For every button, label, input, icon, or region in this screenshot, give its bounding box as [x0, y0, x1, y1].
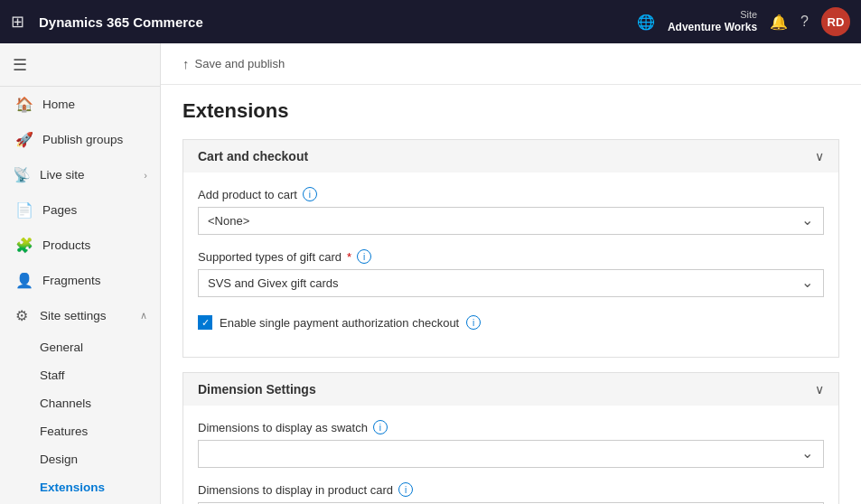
toolbar: ↑ Save and publish	[161, 43, 861, 85]
dim-swatch-select-wrapper	[198, 440, 824, 468]
products-icon: 🧩	[15, 237, 33, 254]
add-product-label: Add product to cart i	[198, 187, 824, 201]
sidebar-item-live-site-label: Live site	[40, 168, 85, 182]
dim-swatch-label: Dimensions to display as swatch i	[198, 420, 824, 434]
sidebar-item-products[interactable]: 🧩 Products	[0, 228, 160, 263]
sidebar-item-pages[interactable]: 📄 Pages	[0, 192, 160, 228]
chevron-down-icon-2: ∨	[815, 382, 824, 397]
home-icon: 🏠	[15, 96, 33, 113]
single-payment-label: Enable single payment authorization chec…	[220, 316, 459, 330]
sidebar: ☰ 🏠 Home 🚀 Publish groups 📡 Live site › …	[0, 43, 161, 504]
subitem-staff[interactable]: Staff	[40, 361, 160, 389]
sidebar-top-row: ☰	[0, 43, 160, 87]
subitem-general[interactable]: General	[40, 333, 160, 361]
grid-icon[interactable]: ⊞	[11, 12, 24, 32]
content-inner: Extensions Cart and checkout ∨ Add produ…	[161, 85, 861, 504]
sidebar-item-live-site[interactable]: 📡 Live site ›	[0, 157, 160, 192]
section-dimension-body: Dimensions to display as swatch i Dimens…	[183, 406, 838, 504]
single-payment-checkbox[interactable]	[198, 315, 212, 330]
chevron-down-icon: ∨	[815, 149, 824, 163]
section-dimension-settings: Dimension Settings ∨ Dimensions to displ…	[182, 372, 839, 504]
subitem-extensions[interactable]: Extensions	[40, 473, 160, 501]
settings-icon: ⚙	[13, 307, 31, 324]
subitem-features[interactable]: Features	[40, 417, 160, 445]
save-publish-button[interactable]: ↑ Save and publish	[175, 52, 292, 75]
sidebar-item-fragments[interactable]: 👤 Fragments	[0, 263, 160, 298]
content-area: ↑ Save and publish Extensions Cart and c…	[161, 43, 861, 504]
hamburger-icon[interactable]: ☰	[13, 55, 27, 75]
sidebar-item-fragments-label: Fragments	[42, 274, 101, 287]
save-publish-label: Save and publish	[195, 57, 285, 70]
dim-product-card-info-icon[interactable]: i	[398, 482, 413, 497]
add-product-select-wrapper: <None>	[198, 207, 824, 235]
sidebar-item-site-settings[interactable]: ⚙ Site settings ∧	[0, 298, 160, 333]
dim-swatch-info-icon[interactable]: i	[373, 420, 388, 434]
site-info: Site Adventure Works	[668, 8, 757, 35]
app-title: Dynamics 365 Commerce	[39, 14, 628, 30]
bell-icon[interactable]: 🔔	[770, 14, 788, 31]
gift-card-info-icon[interactable]: i	[357, 249, 371, 264]
help-icon[interactable]: ?	[800, 14, 809, 30]
single-payment-row: Enable single payment authorization chec…	[198, 312, 824, 333]
globe-icon[interactable]: 🌐	[637, 14, 655, 31]
subitem-channels[interactable]: Channels	[40, 389, 160, 417]
section-cart-checkout: Cart and checkout ∨ Add product to cart …	[182, 139, 839, 358]
add-product-info-icon[interactable]: i	[303, 187, 317, 201]
publish-groups-icon: 🚀	[15, 131, 33, 148]
chevron-up-icon: ∧	[140, 310, 147, 322]
sidebar-item-pages-label: Pages	[42, 203, 77, 217]
chevron-right-icon: ›	[144, 170, 147, 181]
topnav-right: 🌐 Site Adventure Works 🔔 ? RD	[637, 7, 850, 36]
section-dimension-title: Dimension Settings	[198, 382, 316, 397]
section-dimension-header[interactable]: Dimension Settings ∨	[183, 373, 838, 406]
section-cart-title: Cart and checkout	[198, 149, 308, 163]
main-layout: ☰ 🏠 Home 🚀 Publish groups 📡 Live site › …	[0, 43, 861, 504]
sidebar-item-home[interactable]: 🏠 Home	[0, 87, 160, 122]
add-product-select[interactable]: <None>	[198, 207, 824, 235]
gift-card-label: Supported types of gift card * i	[198, 249, 824, 264]
subitem-design[interactable]: Design	[40, 445, 160, 473]
section-cart-body: Add product to cart i <None> Supported t…	[183, 173, 838, 357]
section-cart-header[interactable]: Cart and checkout ∨	[183, 140, 838, 173]
page-title: Extensions	[182, 99, 839, 123]
sidebar-site-settings-label: Site settings	[40, 309, 107, 322]
sidebar-item-publish-groups-label: Publish groups	[42, 133, 123, 146]
sidebar-item-products-label: Products	[42, 238, 90, 252]
site-name: Adventure Works	[668, 21, 757, 35]
site-label: Site	[740, 8, 757, 21]
gift-card-select-wrapper: SVS and Givex gift cards	[198, 269, 824, 297]
save-publish-icon: ↑	[182, 56, 190, 71]
sidebar-item-publish-groups[interactable]: 🚀 Publish groups	[0, 122, 160, 157]
pages-icon: 📄	[15, 201, 33, 219]
avatar[interactable]: RD	[821, 7, 850, 36]
fragments-icon: 👤	[15, 272, 33, 289]
dim-swatch-select[interactable]	[198, 440, 824, 468]
single-payment-info-icon[interactable]: i	[466, 315, 481, 330]
sidebar-item-home-label: Home	[42, 98, 75, 111]
live-site-icon: 📡	[13, 166, 31, 183]
dim-product-card-label: Dimensions to display in product card i	[198, 482, 824, 497]
required-indicator: *	[347, 250, 351, 264]
gift-card-select[interactable]: SVS and Givex gift cards	[198, 269, 824, 297]
site-settings-subitems: General Staff Channels Features Design E…	[0, 333, 160, 501]
topnav: ⊞ Dynamics 365 Commerce 🌐 Site Adventure…	[0, 0, 861, 43]
